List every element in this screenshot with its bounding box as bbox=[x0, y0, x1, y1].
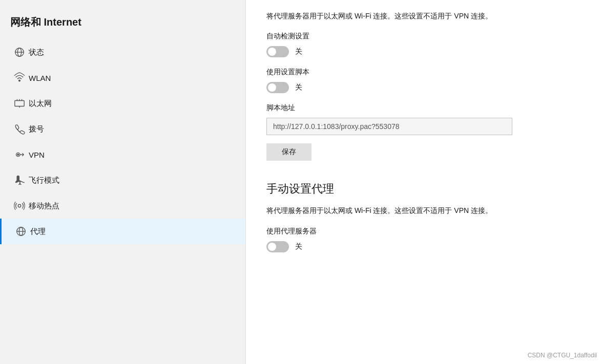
ethernet-icon bbox=[10, 98, 29, 109]
sidebar-item-label: WLAN bbox=[29, 74, 51, 82]
sidebar-item-label: 飞行模式 bbox=[29, 176, 59, 185]
svg-point-13 bbox=[17, 154, 19, 156]
sidebar-item-proxy[interactable]: 代理 bbox=[0, 219, 245, 244]
use-script-toggle[interactable] bbox=[266, 82, 289, 93]
use-script-knob bbox=[268, 83, 276, 92]
save-button[interactable]: 保存 bbox=[266, 143, 312, 161]
svg-point-14 bbox=[18, 204, 21, 207]
sidebar-item-dial[interactable]: 拨号 bbox=[0, 116, 245, 142]
use-proxy-label: 使用代理服务器 bbox=[266, 227, 582, 236]
manual-description: 将代理服务器用于以太网或 Wi-Fi 连接。这些设置不适用于 VPN 连接。 bbox=[266, 205, 582, 216]
sidebar-item-label: VPN bbox=[29, 151, 45, 159]
proxy-globe-icon bbox=[12, 226, 30, 237]
use-script-state-label: 关 bbox=[295, 83, 302, 92]
sidebar-title: 网络和 Internet bbox=[0, 10, 245, 39]
svg-rect-4 bbox=[15, 101, 24, 106]
sidebar-item-wlan[interactable]: WLAN bbox=[0, 65, 245, 91]
auto-detect-toggle-row: 关 bbox=[266, 46, 582, 57]
auto-detect-description: 将代理服务器用于以太网或 Wi-Fi 连接。这些设置不适用于 VPN 连接。 bbox=[266, 10, 582, 22]
manual-proxy-title: 手动设置代理 bbox=[266, 181, 582, 197]
script-address-input[interactable] bbox=[266, 118, 512, 135]
auto-detect-state-label: 关 bbox=[295, 47, 302, 56]
use-script-label: 使用设置脚本 bbox=[266, 68, 582, 77]
use-proxy-knob bbox=[268, 243, 276, 251]
sidebar-item-status[interactable]: 状态 bbox=[0, 39, 245, 65]
sidebar-item-vpn[interactable]: VPN bbox=[0, 142, 245, 167]
sidebar-item-ethernet[interactable]: 以太网 bbox=[0, 91, 245, 116]
use-proxy-toggle-row: 关 bbox=[266, 241, 582, 252]
watermark: CSDN @CTGU_1daffodil bbox=[528, 352, 597, 359]
dial-icon bbox=[10, 123, 29, 135]
globe-icon bbox=[10, 47, 29, 58]
sidebar-item-label: 移动热点 bbox=[29, 201, 59, 211]
svg-point-3 bbox=[19, 80, 20, 81]
sidebar-item-label: 拨号 bbox=[29, 124, 44, 134]
auto-detect-knob bbox=[268, 48, 276, 56]
sidebar-item-label: 代理 bbox=[30, 227, 46, 237]
sidebar-item-airplane[interactable]: 飞行模式 bbox=[0, 167, 245, 193]
main-content: 将代理服务器用于以太网或 Wi-Fi 连接。这些设置不适用于 VPN 连接。 自… bbox=[246, 0, 602, 364]
airplane-icon bbox=[10, 175, 29, 186]
vpn-icon bbox=[10, 149, 29, 160]
script-address-label: 脚本地址 bbox=[266, 103, 582, 113]
use-proxy-toggle[interactable] bbox=[266, 241, 289, 252]
sidebar-item-label: 以太网 bbox=[29, 99, 52, 109]
use-proxy-state-label: 关 bbox=[295, 242, 302, 251]
wifi-icon bbox=[10, 72, 29, 83]
sidebar-item-label: 状态 bbox=[29, 48, 44, 57]
sidebar: 网络和 Internet 状态 WLAN bbox=[0, 0, 246, 364]
hotspot-icon bbox=[10, 200, 29, 211]
sidebar-item-hotspot[interactable]: 移动热点 bbox=[0, 193, 245, 219]
auto-detect-toggle[interactable] bbox=[266, 46, 289, 57]
auto-detect-label: 自动检测设置 bbox=[266, 32, 582, 41]
use-script-toggle-row: 关 bbox=[266, 82, 582, 93]
